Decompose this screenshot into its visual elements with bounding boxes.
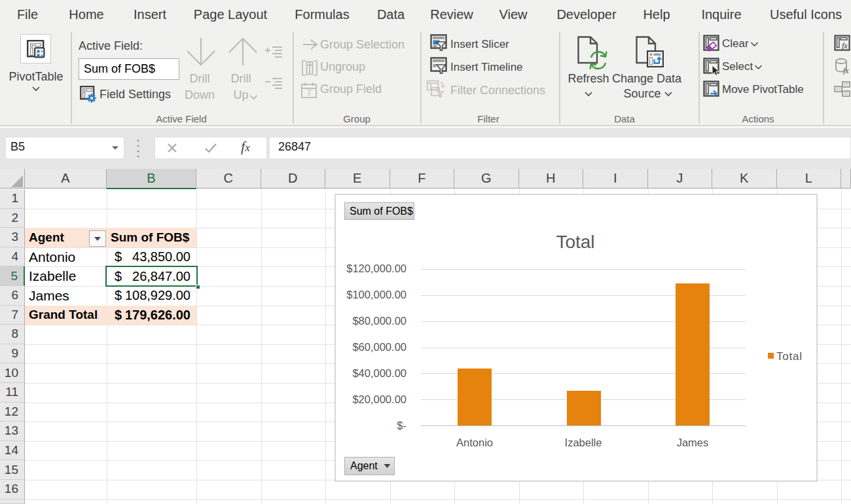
svg-text:fx: fx: [843, 66, 849, 75]
svg-text:fx: fx: [842, 41, 848, 50]
svg-text:7: 7: [307, 88, 312, 98]
